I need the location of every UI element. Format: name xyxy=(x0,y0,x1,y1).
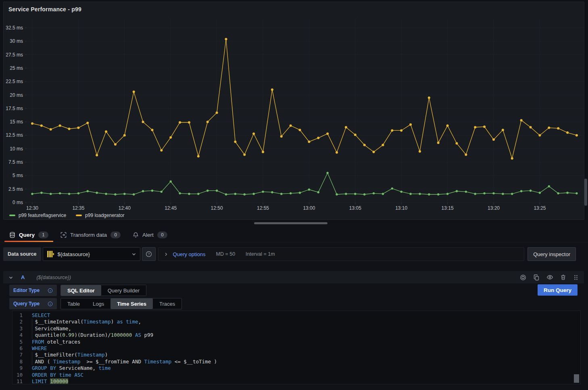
sql-line: 8 AND ( Timestamp >= $__fromTime AND Tim… xyxy=(13,359,580,365)
query-datasource-hint: (${datasource}) xyxy=(36,275,71,280)
svg-text:12:35: 12:35 xyxy=(72,205,84,211)
tab-badge: 0 xyxy=(157,231,167,238)
sql-line: 11LIMIT 100000 xyxy=(13,378,580,384)
svg-text:13:20: 13:20 xyxy=(488,205,500,211)
datasource-select[interactable]: ${datasource} xyxy=(43,247,140,261)
tab-badge: 0 xyxy=(111,231,121,238)
legend-item-loadgenerator[interactable]: p99 loadgenerator xyxy=(76,213,124,218)
collapse-chevron-icon[interactable] xyxy=(8,275,13,280)
tab-label: Transform data xyxy=(70,232,107,238)
svg-text:13:05: 13:05 xyxy=(349,205,361,211)
svg-text:30 ms: 30 ms xyxy=(10,38,23,44)
datasource-value: ${datasource} xyxy=(58,251,90,257)
editor-tab-bar: Query 1 Transform data 0 Alert 0 xyxy=(0,227,588,242)
svg-text:12:50: 12:50 xyxy=(211,205,223,211)
query-options-toggle[interactable]: Query options xyxy=(173,251,206,257)
svg-text:15 ms: 15 ms xyxy=(10,119,23,125)
sql-line: 9GROUP BY ServiceName, time xyxy=(13,365,580,371)
svg-text:25 ms: 25 ms xyxy=(10,65,23,71)
svg-text:32.5 ms: 32.5 ms xyxy=(6,25,23,31)
legend-item-featureflagservice[interactable]: p99 featureflagservice xyxy=(9,213,66,218)
svg-text:27.5 ms: 27.5 ms xyxy=(6,52,23,58)
svg-text:0 ms: 0 ms xyxy=(13,200,23,205)
editor-type-option-query-builder[interactable]: Query Builder xyxy=(101,285,146,296)
svg-text:20 ms: 20 ms xyxy=(10,92,23,98)
hide-response-eye-icon[interactable] xyxy=(546,274,553,281)
query-type-option-traces[interactable]: Traces xyxy=(153,298,181,309)
query-row-header[interactable]: A (${datasource}) xyxy=(3,271,584,284)
sql-line: 10ORDER BY time ASC xyxy=(13,372,580,378)
tab-query[interactable]: Query 1 xyxy=(3,227,54,242)
query-type-option-time-series[interactable]: Time Series xyxy=(111,298,153,309)
query-row-actions xyxy=(520,274,579,281)
svg-text:13:00: 13:00 xyxy=(303,205,315,211)
sql-line: 7 $__timeFilter(Timestamp) xyxy=(13,352,580,358)
svg-text:13:25: 13:25 xyxy=(534,205,546,211)
svg-text:12.5 ms: 12.5 ms xyxy=(6,132,23,138)
editor-type-label: Editor Type xyxy=(13,288,40,293)
sql-line: 4 quantile(0.99)(Duration)/1000000 AS p9… xyxy=(13,332,580,338)
info-icon[interactable] xyxy=(48,288,53,293)
query-inspector-button[interactable]: Query inspector xyxy=(528,247,576,261)
max-data-points-value: MD = 50 xyxy=(216,251,236,257)
indent-guide xyxy=(32,319,32,338)
svg-text:5 ms: 5 ms xyxy=(13,173,23,178)
chevron-right-icon[interactable] xyxy=(164,252,168,257)
svg-text:17.5 ms: 17.5 ms xyxy=(6,106,23,111)
editor-scrollbar-thumb[interactable] xyxy=(574,374,579,383)
sql-line: 3 ServiceName, xyxy=(13,325,580,332)
svg-text:12:40: 12:40 xyxy=(119,205,131,211)
svg-text:13:15: 13:15 xyxy=(442,205,454,211)
svg-text:10 ms: 10 ms xyxy=(10,146,23,152)
editor-type-option-sql-editor[interactable]: SQL Editor xyxy=(61,285,101,296)
sql-code-editor[interactable]: 1SELECT2 $__timeInterval(Timestamp) as t… xyxy=(12,311,581,384)
drag-handle-icon[interactable] xyxy=(573,275,579,280)
tab-alert[interactable]: Alert 0 xyxy=(127,227,173,242)
tab-transform-data[interactable]: Transform data 0 xyxy=(54,227,127,242)
remove-query-trash-icon[interactable] xyxy=(560,274,566,280)
legend-swatch-yellow xyxy=(76,215,82,216)
legend-label: p99 featureflagservice xyxy=(19,213,66,218)
svg-text:12:45: 12:45 xyxy=(165,205,177,211)
horizontal-scrollbar[interactable] xyxy=(254,222,327,224)
disable-query-icon[interactable] xyxy=(520,274,526,281)
sql-line: 6WHERE xyxy=(13,345,580,352)
timeseries-panel: Service Performance - p99 0 ms2.5 ms5 ms… xyxy=(3,2,584,220)
query-type-option-table[interactable]: Table xyxy=(61,298,86,309)
svg-text:7.5 ms: 7.5 ms xyxy=(8,159,23,165)
run-query-button[interactable]: Run Query xyxy=(538,284,578,296)
indent-guide xyxy=(32,352,32,365)
datasource-help-button[interactable]: ? xyxy=(142,247,156,261)
query-options-row: Query options MD = 50 Interval = 1m xyxy=(158,247,525,261)
datasource-label: Data source xyxy=(3,247,41,261)
database-icon xyxy=(9,232,15,238)
sql-line: 2 $__timeInterval(Timestamp) as time, xyxy=(13,319,580,325)
query-type-row: Query Type Table Logs Time Series Traces xyxy=(9,298,182,309)
svg-text:12:30: 12:30 xyxy=(26,205,38,211)
duplicate-query-icon[interactable] xyxy=(533,274,540,281)
legend-label: p99 loadgenerator xyxy=(85,213,124,218)
timeseries-chart[interactable]: 0 ms2.5 ms5 ms7.5 ms10 ms12.5 ms15 ms17.… xyxy=(4,2,584,219)
query-type-group: Table Logs Time Series Traces xyxy=(60,298,182,309)
query-ref-id: A xyxy=(21,274,25,280)
clickhouse-datasource-icon xyxy=(47,250,54,258)
svg-text:22.5 ms: 22.5 ms xyxy=(6,79,23,84)
svg-text:12:55: 12:55 xyxy=(257,205,269,211)
tab-label: Query xyxy=(19,232,35,238)
sql-line: 5FROM otel_traces xyxy=(13,339,580,345)
query-type-label: Query Type xyxy=(13,301,40,307)
chevron-down-icon xyxy=(131,252,136,257)
editor-type-chip: Editor Type xyxy=(9,285,57,296)
query-type-option-logs[interactable]: Logs xyxy=(86,298,111,309)
svg-text:13:10: 13:10 xyxy=(395,205,407,211)
chart-legend: p99 featureflagservice p99 loadgenerator xyxy=(9,213,125,218)
datasource-bar: Data source ${datasource} ? Query option… xyxy=(3,247,576,261)
bell-icon xyxy=(133,232,139,238)
editor-type-row: Editor Type SQL Editor Query Builder xyxy=(9,285,146,296)
sql-line: 1SELECT xyxy=(13,312,580,319)
page-vertical-scrollbar[interactable] xyxy=(584,179,587,206)
svg-text:?: ? xyxy=(148,252,150,256)
interval-value: Interval = 1m xyxy=(246,251,275,257)
info-icon[interactable] xyxy=(48,301,53,307)
svg-text:2.5 ms: 2.5 ms xyxy=(8,186,23,192)
